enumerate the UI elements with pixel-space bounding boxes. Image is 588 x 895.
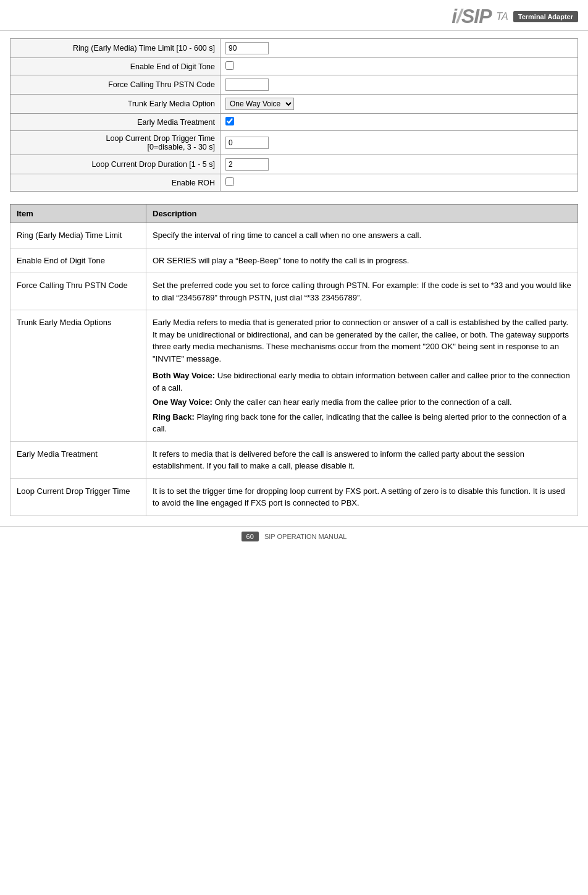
setting-value <box>220 114 578 131</box>
setting-value <box>220 174 578 192</box>
desc-row: Force Calling Thru PSTN Code Set the pre… <box>10 273 578 310</box>
enable-end-digit-tone-checkbox[interactable] <box>225 61 234 70</box>
setting-label: Enable End of Digit Tone <box>10 58 220 75</box>
setting-value <box>220 131 578 155</box>
setting-label: Force Calling Thru PSTN Code <box>10 75 220 95</box>
desc-text: OR SERIES will play a “Beep-Beep” tone t… <box>146 248 578 273</box>
logo-text: i/SIP <box>452 5 491 28</box>
desc-text: It is to set the trigger time for droppi… <box>146 478 578 515</box>
desc-row: Loop Current Drop Trigger Time It is to … <box>10 478 578 515</box>
page-footer: 60 SIP OPERATION MANUAL <box>0 526 588 546</box>
logo-area: i/SIP TA Terminal Adapter <box>452 5 578 28</box>
desc-item: Loop Current Drop Trigger Time <box>10 478 146 515</box>
desc-col1-header: Item <box>10 205 146 223</box>
loop-current-trigger-input[interactable] <box>225 137 269 149</box>
force-calling-pstn-input[interactable] <box>225 78 269 91</box>
setting-value <box>220 75 578 95</box>
trunk-early-media-select[interactable]: One Way Voice Both Way Voice Ring Back <box>225 98 294 110</box>
setting-label: Loop Current Drop Trigger Time[0=disable… <box>10 131 220 155</box>
desc-item: Enable End of Digit Tone <box>10 248 146 273</box>
logo-ta: TA <box>496 11 508 22</box>
desc-row: Ring (Early Media) Time Limit Specify th… <box>10 223 578 248</box>
setting-value: One Way Voice Both Way Voice Ring Back <box>220 95 578 114</box>
desc-item: Trunk Early Media Options <box>10 310 146 442</box>
setting-label: Ring (Early Media) Time Limit [10 - 600 … <box>10 39 220 58</box>
table-row: Early Media Treatment <box>10 114 578 131</box>
setting-value <box>220 39 578 58</box>
table-row: Trunk Early Media Option One Way Voice B… <box>10 95 578 114</box>
page-header: i/SIP TA Terminal Adapter <box>0 0 588 31</box>
desc-row: Early Media Treatment It refers to media… <box>10 441 578 478</box>
desc-text: Early Media refers to media that is gene… <box>146 310 578 442</box>
table-row: Ring (Early Media) Time Limit [10 - 600 … <box>10 39 578 58</box>
description-section: Item Description Ring (Early Media) Time… <box>10 204 578 516</box>
footer-label: SIP OPERATION MANUAL <box>264 533 346 540</box>
description-table: Item Description Ring (Early Media) Time… <box>10 204 578 516</box>
setting-value <box>220 155 578 174</box>
ring-back-label: Ring Back: <box>153 412 195 422</box>
page-number: 60 <box>242 532 259 541</box>
table-row: Loop Current Drop Duration [1 - 5 s] <box>10 155 578 174</box>
one-way-voice-label: One Way Voice: <box>153 397 212 407</box>
setting-label: Early Media Treatment <box>10 114 220 131</box>
settings-table: Ring (Early Media) Time Limit [10 - 600 … <box>10 38 578 192</box>
desc-text: Specify the interval of ring time to can… <box>146 223 578 248</box>
desc-item: Early Media Treatment <box>10 441 146 478</box>
ring-time-limit-input[interactable] <box>225 42 269 54</box>
table-row: Loop Current Drop Trigger Time[0=disable… <box>10 131 578 155</box>
setting-label: Loop Current Drop Duration [1 - 5 s] <box>10 155 220 174</box>
terminal-adapter-badge: Terminal Adapter <box>513 11 578 22</box>
setting-value <box>220 58 578 75</box>
desc-item: Force Calling Thru PSTN Code <box>10 273 146 310</box>
enable-roh-checkbox[interactable] <box>225 177 234 186</box>
desc-text: Set the preferred code you set to force … <box>146 273 578 310</box>
early-media-treatment-checkbox[interactable] <box>225 117 234 125</box>
desc-row: Enable End of Digit Tone OR SERIES will … <box>10 248 578 273</box>
setting-label: Enable ROH <box>10 174 220 192</box>
table-row: Enable End of Digit Tone <box>10 58 578 75</box>
desc-item: Ring (Early Media) Time Limit <box>10 223 146 248</box>
table-row: Enable ROH <box>10 174 578 192</box>
both-way-voice-label: Both Way Voice: <box>153 371 215 380</box>
desc-row: Trunk Early Media Options Early Media re… <box>10 310 578 442</box>
desc-text: It refers to media that is delivered bef… <box>146 441 578 478</box>
loop-current-duration-input[interactable] <box>225 158 269 171</box>
table-row: Force Calling Thru PSTN Code <box>10 75 578 95</box>
desc-col2-header: Description <box>146 205 578 223</box>
setting-label: Trunk Early Media Option <box>10 95 220 114</box>
